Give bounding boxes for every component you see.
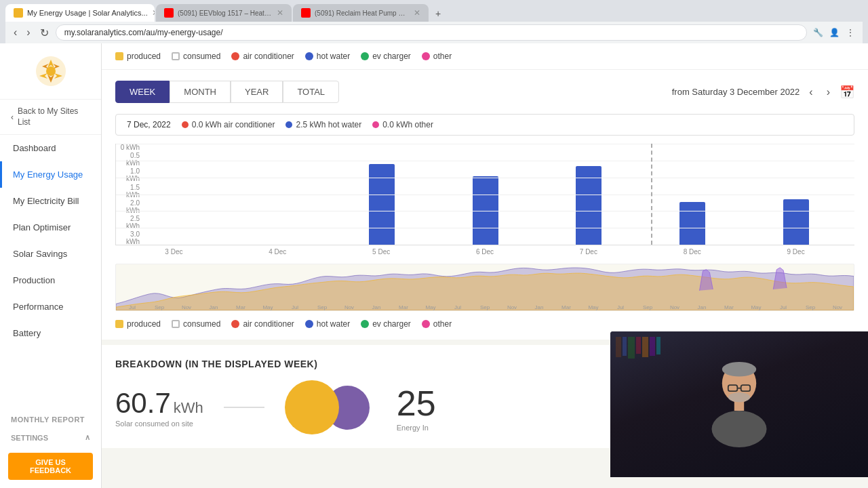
x-label-2: 5 Dec bbox=[330, 245, 433, 256]
sidebar-item-performance[interactable]: Performance bbox=[0, 293, 101, 320]
solar-kwh-group: 60.7 kWh Solar consumed on site bbox=[115, 387, 203, 428]
refresh-button[interactable]: ↻ bbox=[37, 25, 52, 41]
legend-ev-charger: ev charger bbox=[361, 52, 411, 61]
legend-bottom-other: other bbox=[422, 319, 452, 329]
sidebar-item-dashboard[interactable]: Dashboard bbox=[0, 135, 101, 161]
tooltip-air-conditioner: 0.0 kWh air conditioner bbox=[182, 120, 275, 129]
sidebar-item-solar-savings[interactable]: Solar Savings bbox=[0, 241, 101, 267]
sidebar-logo bbox=[0, 43, 101, 100]
bar-5 bbox=[679, 202, 705, 245]
bars-area bbox=[115, 144, 854, 245]
tab-close-1[interactable]: ✕ bbox=[152, 8, 155, 18]
period-tabs-row: WEEK MONTH YEAR TOTAL from Saturday 3 De… bbox=[115, 81, 854, 103]
tooltip-date: 7 Dec, 2022 bbox=[127, 120, 171, 129]
bar-chart-wrapper: 3.0 kWh 2.5 kWh 2.0 kWh 1.5 kWh 1.0 kWh … bbox=[115, 144, 854, 329]
sidebar-item-production[interactable]: Production bbox=[0, 267, 101, 293]
tab-month[interactable]: MONTH bbox=[170, 81, 231, 103]
calendar-button[interactable]: 📅 bbox=[840, 85, 854, 100]
x-label-4: 7 Dec bbox=[536, 245, 640, 256]
tab-week[interactable]: WEEK bbox=[115, 81, 170, 103]
tooltip-hw-dot bbox=[285, 121, 292, 128]
legend-bottom-consumed: consumed bbox=[172, 319, 220, 329]
x-label-3: 6 Dec bbox=[433, 245, 537, 256]
mini-chart: Jul Sep Nov Jan Mar May Jul Sep Nov Jan … bbox=[115, 264, 854, 311]
logo-icon bbox=[34, 54, 68, 88]
legend-bottom-consumed-dot bbox=[172, 320, 180, 328]
tooltip-other: 0.0 kWh other bbox=[372, 120, 433, 129]
tab-favicon-2 bbox=[164, 8, 174, 18]
sidebar-back-button[interactable]: ‹ Back to My Sites List bbox=[0, 100, 101, 135]
mini-chart-svg bbox=[116, 264, 854, 310]
bar-6 bbox=[783, 199, 809, 245]
legend-bottom-produced-dot bbox=[115, 320, 123, 328]
tab-close-3[interactable]: ✕ bbox=[414, 8, 420, 18]
tab-favicon-3 bbox=[301, 8, 311, 18]
legend-bottom: produced consumed air conditioner hot wa… bbox=[115, 319, 854, 329]
sidebar-item-my-energy-usage[interactable]: My Energy Usage bbox=[0, 161, 101, 188]
settings-chevron-icon: ∧ bbox=[85, 433, 90, 442]
tab-title-2: (5091) EEVblog 1517 – Heat Pum... bbox=[178, 9, 273, 17]
period-tabs-left: WEEK MONTH YEAR TOTAL bbox=[115, 81, 339, 103]
tab-3[interactable]: (5091) Reclaim Heat Pump Hot W... ✕ bbox=[293, 4, 429, 22]
bar-col-4 bbox=[537, 144, 641, 245]
profile-button[interactable]: 👤 bbox=[827, 26, 841, 39]
energy-in-value: 25 bbox=[397, 383, 436, 424]
sidebar-item-my-electricity-bill[interactable]: My Electricity Bill bbox=[0, 188, 101, 214]
tooltip-hot-water: 2.5 kWh hot water bbox=[285, 120, 361, 129]
bar-col-0 bbox=[123, 144, 226, 245]
tooltip-other-dot bbox=[372, 121, 379, 128]
extensions-button[interactable]: 🔧 bbox=[811, 26, 825, 39]
consumed-legend-dot bbox=[172, 52, 180, 60]
solar-kwh-value: 60.7 bbox=[115, 387, 171, 420]
tab-close-2[interactable]: ✕ bbox=[277, 8, 283, 18]
sidebar-item-battery[interactable]: Battery bbox=[0, 320, 101, 346]
energy-flow-connector bbox=[224, 407, 264, 408]
chart-bars bbox=[123, 144, 848, 245]
sidebar-item-plan-optimiser[interactable]: Plan Optimiser bbox=[0, 214, 101, 241]
solar-kwh-label: Solar consumed on site bbox=[115, 420, 203, 428]
new-tab-button[interactable]: + bbox=[430, 5, 446, 22]
bar-2 bbox=[369, 164, 395, 245]
x-label-0: 3 Dec bbox=[122, 245, 226, 256]
x-label-5: 8 Dec bbox=[640, 245, 744, 256]
energy-in-label: Energy In bbox=[397, 424, 436, 432]
address-bar-input[interactable] bbox=[56, 24, 807, 41]
browser-actions: 🔧 👤 ⋮ bbox=[811, 26, 857, 39]
air-conditioner-legend-dot bbox=[231, 52, 239, 60]
bar-4 bbox=[576, 166, 601, 245]
mini-chart-x-labels: Jul Sep Nov Jan Mar May Jul Sep Nov Jan … bbox=[116, 304, 854, 310]
bar-col-2 bbox=[330, 144, 433, 245]
menu-button[interactable]: ⋮ bbox=[844, 26, 857, 39]
produced-legend-dot bbox=[115, 52, 123, 60]
tab-total[interactable]: TOTAL bbox=[283, 81, 339, 103]
settings-section-header[interactable]: SETTINGS ∧ bbox=[0, 426, 101, 445]
feedback-button[interactable]: GIVE US FEEDBACK bbox=[8, 453, 93, 480]
tooltip-bar: 7 Dec, 2022 0.0 kWh air conditioner 2.5 … bbox=[115, 114, 854, 136]
other-legend-dot bbox=[422, 52, 430, 60]
main-content: produced consumed air conditioner hot wa… bbox=[102, 43, 868, 488]
legend-bottom-ev-dot bbox=[361, 320, 369, 328]
sidebar: ‹ Back to My Sites List Dashboard My Ene… bbox=[0, 43, 102, 488]
period-next-button[interactable]: › bbox=[823, 85, 834, 100]
tab-active[interactable]: My Energy Usage | Solar Analytics... ✕ bbox=[5, 4, 155, 22]
period-prev-button[interactable]: ‹ bbox=[805, 85, 816, 100]
tab-year[interactable]: YEAR bbox=[231, 81, 283, 103]
tooltip-ac-dot bbox=[182, 121, 189, 128]
legend-produced: produced bbox=[115, 52, 161, 61]
address-bar-row: ‹ › ↻ 🔧 👤 ⋮ bbox=[5, 22, 863, 43]
tab-title-1: My Energy Usage | Solar Analytics... bbox=[27, 9, 148, 17]
svg-point-1 bbox=[46, 66, 56, 76]
x-label-6: 9 Dec bbox=[744, 245, 848, 256]
legend-air-conditioner: air conditioner bbox=[231, 52, 294, 61]
chart-section: WEEK MONTH YEAR TOTAL from Saturday 3 De… bbox=[102, 70, 868, 340]
bar-col-1 bbox=[226, 144, 330, 245]
legend-consumed: consumed bbox=[172, 52, 220, 61]
tab-title-3: (5091) Reclaim Heat Pump Hot W... bbox=[315, 9, 410, 17]
tab-2[interactable]: (5091) EEVblog 1517 – Heat Pum... ✕ bbox=[156, 4, 292, 22]
bar-col-5 bbox=[641, 144, 745, 245]
forward-button[interactable]: › bbox=[24, 25, 33, 40]
back-button[interactable]: ‹ bbox=[11, 25, 20, 40]
energy-circles bbox=[285, 380, 370, 434]
circle-yellow bbox=[285, 380, 339, 434]
legend-hot-water: hot water bbox=[305, 52, 350, 61]
